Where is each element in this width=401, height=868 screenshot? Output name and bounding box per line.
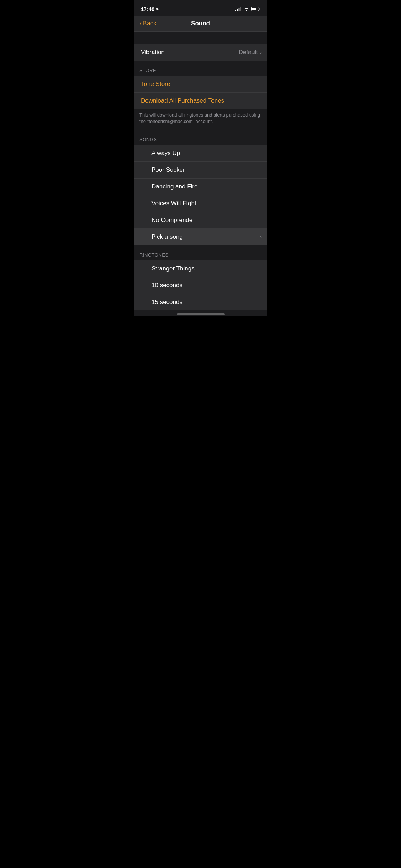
song-item-3[interactable]: Dancing and Fire xyxy=(134,179,267,195)
store-section: STORE Tone Store Download All Purchased … xyxy=(134,61,267,130)
ringtone-item-2[interactable]: 10 seconds xyxy=(134,277,267,294)
gap-top xyxy=(134,32,267,44)
content-area: Vibration Default › STORE Tone Store Dow… xyxy=(134,32,267,310)
status-bar: 17:40 ➤ xyxy=(134,0,267,16)
song-label-2: Poor Sucker xyxy=(151,166,185,174)
status-icons xyxy=(235,6,260,12)
wifi-icon xyxy=(243,6,249,12)
tone-store-label: Tone Store xyxy=(141,81,170,88)
home-bar xyxy=(177,313,225,315)
ringtone-item-1[interactable]: Stranger Things xyxy=(134,260,267,277)
ringtone-label-1: Stranger Things xyxy=(151,265,195,272)
song-label-4: Voices Will FIght xyxy=(151,200,196,207)
song-item-1[interactable]: Always Up xyxy=(134,145,267,162)
vibration-right: Default › xyxy=(238,49,262,56)
time-display: 17:40 xyxy=(141,6,154,12)
ringtone-label-2: 10 seconds xyxy=(151,282,182,289)
page-title: Sound xyxy=(191,20,210,27)
vibration-label: Vibration xyxy=(141,49,165,56)
location-icon: ➤ xyxy=(156,7,159,11)
song-label-1: Always Up xyxy=(151,150,180,157)
pick-song-label: Pick a song xyxy=(151,233,183,241)
song-item-2[interactable]: Poor Sucker xyxy=(134,162,267,179)
download-tones-label: Download All Purchased Tones xyxy=(141,97,224,104)
vibration-item[interactable]: Vibration Default › xyxy=(134,44,267,61)
songs-header: SONGS xyxy=(134,130,267,145)
chevron-left-icon: ‹ xyxy=(139,20,142,27)
nav-bar: ‹ Back Sound xyxy=(134,16,267,32)
vibration-group: Vibration Default › xyxy=(134,44,267,61)
song-item-5[interactable]: No Comprende xyxy=(134,212,267,229)
song-label-3: Dancing and Fire xyxy=(151,183,197,190)
ringtones-group: Stranger Things 10 seconds 15 seconds xyxy=(134,260,267,310)
pick-song-chevron-icon: › xyxy=(260,234,262,240)
status-time: 17:40 ➤ xyxy=(141,6,159,12)
song-label-5: No Comprende xyxy=(151,217,192,224)
back-label: Back xyxy=(143,20,156,27)
ringtones-section: RINGTONES Stranger Things 10 seconds 15 … xyxy=(134,245,267,310)
home-indicator xyxy=(134,310,267,316)
back-button[interactable]: ‹ Back xyxy=(139,20,156,27)
ringtones-header: RINGTONES xyxy=(134,245,267,260)
download-tones-item[interactable]: Download All Purchased Tones xyxy=(134,93,267,109)
songs-group: Always Up Poor Sucker Dancing and Fire V… xyxy=(134,145,267,245)
chevron-right-icon: › xyxy=(260,50,262,55)
signal-icon xyxy=(235,7,241,11)
store-header: STORE xyxy=(134,61,267,76)
song-item-4[interactable]: Voices Will FIght xyxy=(134,195,267,212)
pick-song-item[interactable]: Pick a song › xyxy=(134,229,267,245)
tone-store-item[interactable]: Tone Store xyxy=(134,76,267,93)
songs-section: SONGS Always Up Poor Sucker Dancing and … xyxy=(134,130,267,245)
ringtone-item-3[interactable]: 15 seconds xyxy=(134,294,267,310)
store-group: Tone Store Download All Purchased Tones xyxy=(134,76,267,109)
ringtone-label-3: 15 seconds xyxy=(151,299,182,306)
battery-icon xyxy=(251,7,260,11)
vibration-value: Default xyxy=(238,49,258,56)
store-description: This will download all ringtones and ale… xyxy=(134,109,267,130)
